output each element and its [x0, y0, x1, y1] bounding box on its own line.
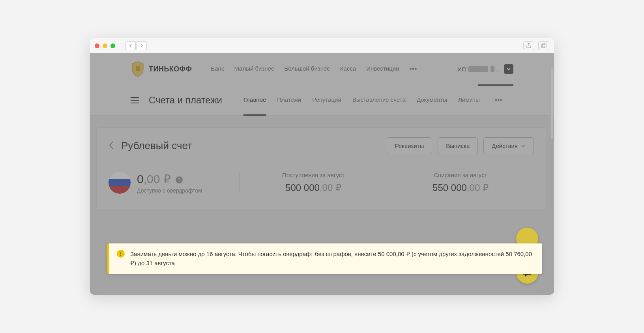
balance-column: 0,00 ₽ ? Доступно с овердрафтом	[109, 172, 240, 194]
sub-header: Счета и платежи Главное Платежи Репутаци…	[131, 85, 513, 115]
tab-reputation[interactable]: Репутация	[312, 96, 341, 105]
nav-bank[interactable]: Банк	[211, 65, 224, 73]
account-title: Рублевый счет	[121, 140, 192, 152]
svg-point-3	[523, 235, 531, 243]
svg-rect-1	[543, 44, 546, 47]
warning-icon: !	[117, 250, 125, 258]
logo[interactable]: ТИНЬКОФФ	[131, 61, 192, 77]
main-nav: Банк Малый бизнес Большой бизнес Касса И…	[211, 65, 417, 73]
account-card: Рублевый счет Реквизиты Выписка Действия	[96, 127, 546, 210]
svg-rect-2	[136, 66, 140, 71]
back-icon[interactable]	[109, 140, 114, 152]
balance-subtitle: Доступно с овердрафтом	[137, 187, 202, 194]
subnav-more-icon[interactable]: •••	[495, 96, 502, 105]
minimize-window-icon[interactable]	[103, 43, 107, 48]
card-actions: Реквизиты Выписка Действия	[387, 137, 534, 154]
tab-main[interactable]: Главное	[243, 96, 266, 105]
statement-button[interactable]: Выписка	[438, 137, 478, 154]
top-area: ТИНЬКОФФ Банк Малый бизнес Большой бизне…	[90, 53, 554, 116]
incoming-label: Поступления за август	[248, 172, 379, 178]
user-area: ИП .	[457, 64, 513, 74]
nav-small-business[interactable]: Малый бизнес	[234, 65, 274, 73]
tab-documents[interactable]: Документы	[417, 96, 447, 105]
nav-kassa[interactable]: Касса	[340, 65, 356, 73]
tabs-icon[interactable]	[538, 41, 549, 50]
tab-payments[interactable]: Платежи	[277, 96, 301, 105]
actions-dropdown[interactable]: Действия	[483, 137, 534, 154]
outgoing-value: 550 000,00 ₽	[395, 182, 526, 193]
chevron-down-icon	[521, 144, 526, 148]
close-window-icon[interactable]	[95, 43, 99, 48]
outgoing-column: Списания за август 550 000,00 ₽	[387, 172, 534, 193]
header-underline	[131, 85, 513, 85]
outgoing-int: 550 000	[432, 182, 467, 193]
balance-int: 0	[137, 172, 144, 185]
window-titlebar	[90, 38, 554, 53]
menu-icon[interactable]	[131, 97, 139, 103]
ruble-flag-icon	[109, 172, 131, 194]
traffic-lights	[95, 43, 115, 48]
outgoing-dec: ,00 ₽	[467, 182, 489, 193]
incoming-dec: ,00 ₽	[320, 182, 341, 193]
forward-button[interactable]	[137, 41, 147, 50]
incoming-value: 500 000,00 ₽	[248, 182, 379, 193]
actions-label: Действия	[492, 142, 518, 149]
nav-investments[interactable]: Инвестиции	[366, 65, 399, 73]
maximize-window-icon[interactable]	[110, 43, 115, 48]
share-icon[interactable]	[523, 41, 534, 50]
nav-more-icon[interactable]: •••	[410, 65, 417, 73]
card-body: 0,00 ₽ ? Доступно с овердрафтом Поступле…	[97, 164, 546, 210]
browser-window: ТИНЬКОФФ Банк Малый бизнес Большой бизне…	[90, 38, 554, 295]
alert-text: Занимать деньги можно до 16 августа. Что…	[130, 250, 534, 268]
user-suffix: .	[497, 66, 498, 73]
user-name[interactable]: ИП .	[457, 66, 498, 73]
nav-big-business[interactable]: Большой бизнес	[284, 65, 329, 73]
logo-text: ТИНЬКОФФ	[149, 65, 192, 73]
details-button[interactable]: Реквизиты	[387, 137, 432, 154]
incoming-column: Поступления за август 500 000,00 ₽	[240, 172, 387, 193]
balance-dec: ,00 ₽	[144, 172, 171, 185]
user-dropdown-icon[interactable]	[504, 64, 513, 74]
user-prefix: ИП	[457, 66, 466, 73]
outgoing-label: Списания за август	[395, 172, 526, 178]
nav-buttons	[125, 41, 147, 50]
tab-limits[interactable]: Лимиты	[458, 96, 480, 105]
user-name-redacted	[468, 66, 488, 72]
scrollbar[interactable]	[551, 68, 553, 139]
window-right-controls	[523, 41, 549, 50]
tab-invoice[interactable]: Выставление счета	[352, 96, 406, 105]
main-header: ТИНЬКОФФ Банк Малый бизнес Большой бизне…	[131, 53, 513, 85]
svg-rect-0	[541, 45, 545, 48]
sub-nav: Главное Платежи Репутация Выставление сч…	[243, 96, 502, 105]
overdraft-alert: ! Занимать деньги можно до 16 августа. Ч…	[107, 243, 542, 274]
section-title: Счета и платежи	[149, 95, 222, 106]
back-button[interactable]	[125, 41, 136, 50]
incoming-int: 500 000	[285, 182, 320, 193]
balance-text: 0,00 ₽ ? Доступно с овердрафтом	[137, 172, 202, 194]
card-header: Рублевый счет Реквизиты Выписка Действия	[97, 128, 546, 164]
user-initial-redacted	[490, 66, 494, 72]
balance-amount: 0,00 ₽ ?	[137, 172, 202, 186]
page-content: ТИНЬКОФФ Банк Малый бизнес Большой бизне…	[90, 53, 554, 295]
logo-shield-icon	[131, 61, 145, 77]
help-icon[interactable]: ?	[176, 176, 183, 183]
